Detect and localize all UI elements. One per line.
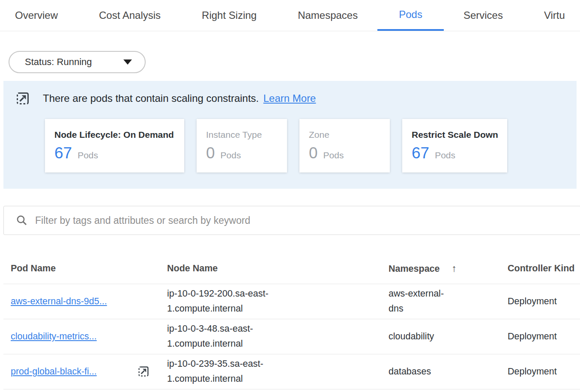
column-header-namespace[interactable]: Namespace↑ (389, 254, 508, 284)
card-unit: Pods (78, 150, 98, 160)
learn-more-link[interactable]: Learn More (263, 92, 316, 104)
node-name-cell: ip-10-0-192-200.sa-east-1.compute.intern… (167, 284, 389, 319)
constraint-card-node-lifecycle-on-demand[interactable]: Node Lifecycle: On Demand67Pods (45, 119, 184, 172)
column-label: Pod Name (11, 263, 56, 273)
card-unit: Pods (323, 150, 344, 160)
tab-services[interactable]: Services (463, 0, 503, 31)
card-title: Restrict Scale Down (412, 130, 499, 140)
tab-pods[interactable]: Pods (377, 0, 444, 31)
table-row: prod-global-black-fi... ip-10-0-239-35.s… (3, 354, 580, 389)
column-label: Node Name (167, 263, 218, 273)
node-name: ip-10-0-239-35.sa-east-1.compute.interna… (167, 356, 283, 386)
card-title: Zone (309, 130, 382, 140)
controller-kind-cell: Deployment (508, 319, 580, 354)
node-name: ip-10-0-192-200.sa-east-1.compute.intern… (167, 286, 283, 316)
table-row: aws-external-dns-9d5...ip-10-0-192-200.s… (3, 284, 580, 319)
namespace-cell: aws-external-dns (389, 284, 508, 319)
constraint-card-restrict-scale-down[interactable]: Restrict Scale Down67Pods (402, 119, 507, 172)
scale-out-icon (15, 91, 30, 106)
controller-kind-cell: Deployment (508, 354, 580, 389)
node-name-cell: ip-10-0-3-48.sa-east-1.compute.internal (167, 319, 389, 354)
tab-bar: OverviewCost AnalysisRight SizingNamespa… (0, 0, 580, 31)
caret-down-icon (123, 59, 132, 65)
controller-kind-cell: Deployment (508, 284, 580, 319)
status-filter-dropdown[interactable]: Status: Running (9, 51, 146, 73)
search-icon (16, 214, 28, 226)
card-unit: Pods (221, 150, 241, 160)
pods-table: Pod NameNode NameNamespace↑Controller Ki… (3, 254, 580, 389)
constraint-cards: Node Lifecycle: On Demand67PodsInstance … (45, 119, 577, 172)
node-name-cell: ip-10-0-239-35.sa-east-1.compute.interna… (167, 354, 389, 389)
pod-name-link[interactable]: cloudability-metrics... (11, 331, 97, 342)
namespace: cloudability (389, 329, 456, 344)
card-title: Instance Type (206, 130, 279, 140)
banner-message: There are pods that contain scaling cons… (43, 92, 259, 104)
card-title: Node Lifecycle: On Demand (54, 130, 176, 140)
column-label: Namespace (389, 264, 440, 274)
status-filter-label: Status: Running (25, 56, 92, 68)
tab-virtu[interactable]: Virtu (544, 0, 565, 31)
pod-name-link[interactable]: prod-global-black-fi... (11, 366, 97, 377)
card-value: 0 (206, 144, 215, 162)
column-label: Controller Kind (508, 263, 574, 273)
constraint-card-instance-type[interactable]: Instance Type0Pods (197, 119, 287, 172)
scaling-constraints-banner: There are pods that contain scaling cons… (3, 81, 577, 189)
tab-namespaces[interactable]: Namespaces (298, 0, 358, 31)
card-value: 67 (412, 144, 429, 162)
pod-name-cell: cloudability-metrics... (3, 319, 167, 354)
column-header-pod-name[interactable]: Pod Name (3, 254, 167, 284)
namespace-cell: databases (389, 354, 508, 389)
pod-name-cell: aws-external-dns-9d5... (3, 284, 167, 319)
column-header-controller-kind[interactable]: Controller Kind (508, 254, 580, 284)
pod-name-link[interactable]: aws-external-dns-9d5... (11, 296, 107, 307)
column-header-node-name[interactable]: Node Name (167, 254, 389, 284)
tab-cost-analysis[interactable]: Cost Analysis (99, 0, 161, 31)
search-input[interactable] (35, 215, 580, 226)
pod-name-cell: prod-global-black-fi... (3, 354, 167, 389)
table-row: cloudability-metrics...ip-10-0-3-48.sa-e… (3, 319, 580, 354)
card-value: 0 (309, 144, 318, 162)
namespace-cell: cloudability (389, 319, 508, 354)
node-name: ip-10-0-3-48.sa-east-1.compute.internal (167, 321, 283, 351)
card-unit: Pods (435, 150, 455, 160)
constraint-card-zone[interactable]: Zone0Pods (299, 119, 390, 172)
card-value: 67 (54, 144, 72, 162)
namespace: aws-external-dns (389, 286, 456, 316)
table-header-row: Pod NameNode NameNamespace↑Controller Ki… (3, 254, 580, 284)
filter-search-box[interactable] (3, 206, 580, 235)
table-body: aws-external-dns-9d5...ip-10-0-192-200.s… (3, 284, 580, 389)
tab-overview[interactable]: Overview (15, 0, 58, 31)
sort-ascending-icon: ↑ (452, 263, 457, 274)
namespace: databases (389, 364, 456, 379)
tab-right-sizing[interactable]: Right Sizing (202, 0, 257, 31)
scale-out-icon (137, 365, 150, 378)
